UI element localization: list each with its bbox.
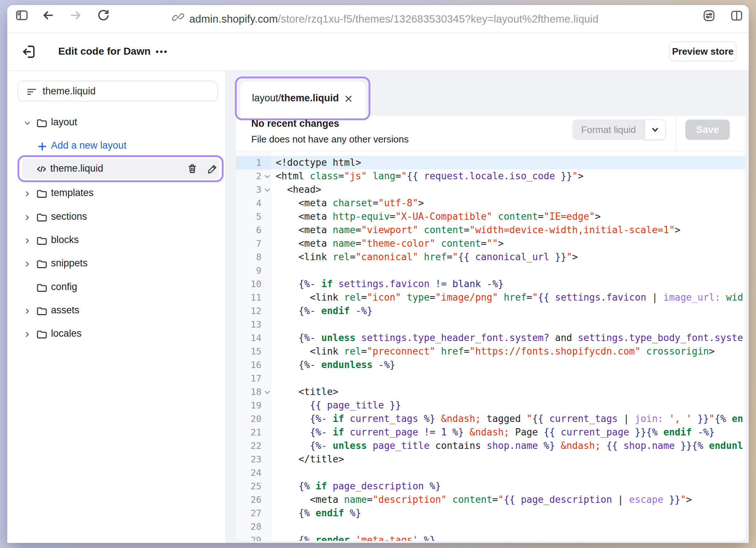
add-new-layout-label: Add a new layout [51,140,126,151]
line-number: 21 [236,426,271,439]
folder-icon [36,305,48,319]
tab-layout-theme-liquid[interactable]: layout/theme.liquid [240,82,366,117]
code-line[interactable]: 18 <title> [236,385,745,399]
fold-toggle-icon[interactable] [265,173,270,179]
sidebar-toggle-icon[interactable] [15,8,29,23]
more-options-icon[interactable] [153,46,170,58]
folder-icon [36,328,48,342]
line-number: 15 [236,345,271,358]
code-line[interactable]: 3 <head> [236,183,745,196]
code-editor[interactable]: 1<!doctype html>2<html class="js" lang="… [236,151,745,541]
folder-icon [36,235,48,248]
tab-label: layout/theme.liquid [252,93,339,104]
sidebar-item-templates[interactable]: templates [7,184,225,202]
save-button[interactable]: Save [685,120,730,140]
code-line[interactable]: 5 <meta http-equiv="X-UA-Compatible" con… [236,210,745,223]
code-line[interactable]: 23 </title> [236,453,745,466]
chevron-right-icon [23,214,31,223]
code-line[interactable]: 4 <meta charset="utf-8"> [236,196,745,210]
code-line[interactable]: 29 {% render 'meta-tags' %} [236,533,745,541]
code-line[interactable]: 1<!doctype html> [236,156,745,169]
sidebar-item-sections[interactable]: sections [7,208,225,226]
close-tab-icon[interactable] [343,93,354,106]
line-number: 20 [236,412,271,426]
line-number: 27 [236,506,271,520]
line-number: 28 [236,520,271,533]
reload-icon[interactable] [96,8,111,23]
code-line[interactable]: 25 {% if page_description %} [236,480,745,493]
code-line[interactable]: 20 {%- if current_tags %} &ndash; tagged… [236,412,745,426]
search-value: theme.liquid [43,86,96,97]
forward-icon[interactable] [68,8,83,23]
code-line[interactable]: 12 {%- endif -%} [236,304,745,318]
line-number: 18 [236,385,271,399]
code-line[interactable]: 13 [236,318,745,331]
line-number: 11 [236,291,271,304]
chevron-right-icon [23,307,31,317]
chevron-right-icon [23,330,31,340]
code-line[interactable]: 16 {%- endunless -%} [236,358,745,372]
line-number: 26 [236,493,271,506]
line-number: 29 [236,533,271,541]
tab-label-file: theme.liquid [281,93,339,103]
code-line[interactable]: 21 {%- if current_page != 1 %} &ndash; P… [236,426,745,439]
version-status-subtitle: File does not have any other versions [251,134,409,145]
line-number: 19 [236,399,271,412]
line-number: 7 [236,237,271,250]
folder-icon [36,188,48,201]
code-line[interactable]: 8 <link rel="canonical" href="{{ canonic… [236,250,745,264]
code-line[interactable]: 11 <link rel="icon" type="image/png" hre… [236,291,745,304]
sidebar-item-config[interactable]: config [7,278,225,296]
fold-toggle-icon[interactable] [265,389,270,394]
sidebar-item-layout[interactable]: layout [7,114,225,131]
line-number: 16 [236,358,271,372]
address-bar[interactable]: admin.shopify.com/store/rzq1xu-f5/themes… [189,13,599,25]
chevron-right-icon [23,237,31,246]
format-liquid-dropdown[interactable] [645,120,666,140]
sidebar-item-label: blocks [51,234,79,246]
sidebar-item-blocks[interactable]: blocks [7,231,225,249]
preview-store-button[interactable]: Preview store [669,42,736,61]
code-line[interactable]: 27 {% endif %} [236,506,745,520]
sidebar-item-label: layout [51,117,77,128]
code-line[interactable]: 24 [236,466,745,480]
sidebar-item-locales[interactable]: locales [7,325,225,342]
page-settings-icon[interactable] [702,9,716,23]
exit-icon[interactable] [20,43,38,60]
code-line[interactable]: 28 [236,520,745,533]
sidebar-item-assets[interactable]: assets [7,302,225,319]
plus-icon [36,141,48,154]
file-search-input[interactable]: theme.liquid [17,81,218,101]
code-line[interactable]: 17 [236,372,745,385]
code-line[interactable]: 7 <meta name="theme-color" content=""> [236,237,745,250]
browser-toolbar: admin.shopify.com/store/rzq1xu-f5/themes… [7,5,749,33]
line-number: 6 [236,223,271,237]
back-icon[interactable] [41,8,55,23]
split-view-icon[interactable] [730,9,744,23]
folder-icon [36,117,48,131]
code-line[interactable]: 15 <link rel="preconnect" href="https://… [236,345,745,358]
code-line[interactable]: 6 <meta name="viewport" content="width=d… [236,223,745,237]
line-number: 13 [236,318,271,331]
format-liquid-button[interactable]: Format liquid [572,120,645,140]
line-number: 22 [236,439,271,453]
sidebar-item-snippets[interactable]: snippets [7,255,225,272]
code-line[interactable]: 14 {%- unless settings.type_header_font.… [236,331,745,345]
code-line[interactable]: 10 {%- if settings.favicon != blank -%} [236,277,745,291]
code-line[interactable]: 22 {%- unless page_title contains shop.n… [236,439,745,453]
fold-toggle-icon[interactable] [265,187,270,192]
line-number: 17 [236,372,271,385]
code-line[interactable]: 9 [236,264,745,277]
header-divider [676,116,676,151]
code-line[interactable]: 2<html class="js" lang="{{ request.local… [236,169,745,183]
code-line[interactable]: 26 <meta name="description" content="{{ … [236,493,745,506]
line-number: 9 [236,264,271,277]
line-number: 4 [236,196,271,210]
line-number: 23 [236,453,271,466]
add-new-layout-link[interactable]: Add a new layout [7,137,225,154]
code-line[interactable]: 19 {{ page_title }} [236,399,745,412]
url-host: admin.shopify.com [189,13,278,25]
page-title: Edit code for Dawn [58,46,151,57]
line-number: 10 [236,277,271,291]
line-number: 25 [236,480,271,493]
